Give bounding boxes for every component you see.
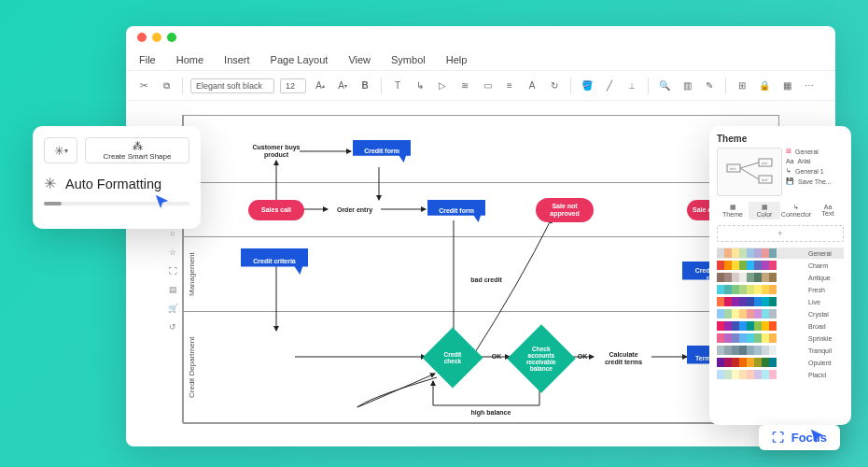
svg-text:text: text — [730, 166, 736, 171]
svg-text:text: text — [762, 161, 768, 165]
text-tool-icon[interactable]: T — [389, 78, 406, 94]
theme-title: Theme — [717, 134, 844, 144]
fill-icon[interactable]: 🪣 — [579, 78, 595, 94]
close-dot[interactable] — [137, 33, 147, 42]
connector-icon[interactable]: ↳ — [412, 78, 428, 94]
node-sale-not-approved[interactable]: Sale not approved — [536, 198, 594, 222]
line-icon[interactable]: ╱ — [601, 78, 618, 94]
palette-row[interactable]: Crystal — [717, 308, 844, 319]
add-palette-button[interactable]: + — [717, 225, 844, 242]
font-increase-icon[interactable]: A▴ — [312, 78, 329, 94]
node-sales-call[interactable]: Sales call — [248, 200, 304, 220]
create-smart-shape-button[interactable]: ⁂ Create Smart Shape — [85, 137, 189, 163]
history-icon[interactable]: ↺ — [166, 320, 179, 333]
menu-file[interactable]: File — [139, 54, 156, 65]
layers-icon[interactable]: ≋ — [456, 78, 473, 94]
page-icon[interactable]: ▥ — [679, 78, 695, 94]
focus-icon: ⛶ — [772, 431, 784, 445]
burst-button[interactable]: ✳ ▾ — [44, 137, 77, 163]
palette-row[interactable]: Live — [717, 296, 844, 307]
crop-icon[interactable]: ⟂ — [623, 78, 640, 94]
focus-button[interactable]: ⛶ Focus — [759, 425, 840, 450]
maximize-dot[interactable] — [167, 33, 176, 42]
lane-label: Management — [183, 237, 200, 311]
node-calculate[interactable]: Calculate credit terms — [597, 349, 650, 367]
theme-opt-connector[interactable]: ↳General 1 — [786, 167, 844, 175]
more-icon[interactable]: ⋯ — [801, 78, 818, 94]
font-size-select[interactable]: 12 — [280, 78, 306, 93]
expand-icon[interactable]: ⛶ — [166, 264, 179, 277]
svg-line-16 — [740, 163, 759, 168]
minimize-dot[interactable] — [152, 33, 161, 42]
palette-row[interactable]: Opulent — [717, 357, 844, 368]
palette-row[interactable]: Antique — [717, 272, 844, 283]
theme-opt-font[interactable]: AaArial — [786, 158, 844, 164]
theme-tabs: ▦Theme ▦Color ↳Connector AaText — [717, 202, 844, 219]
cursor-icon — [154, 193, 171, 210]
font-select[interactable]: Elegant soft black — [190, 78, 274, 93]
sparkle-icon: ✳ — [44, 175, 56, 192]
rotate-icon[interactable]: ↻ — [546, 78, 563, 94]
bold-icon[interactable]: B — [357, 78, 373, 94]
theme-panel: Theme texttexttext ⊞General AaArial ↳Gen… — [709, 126, 851, 425]
tab-text[interactable]: AaText — [812, 202, 844, 219]
shape-icon[interactable]: ▭ — [479, 78, 496, 94]
toolbar: ✂ ⧉ Elegant soft black 12 A▴ A▾ B T ↳ ▷ … — [126, 71, 835, 101]
pen-icon[interactable]: ✎ — [701, 78, 718, 94]
titlebar — [126, 26, 835, 49]
palette-row[interactable]: Fresh — [717, 284, 844, 295]
cart-icon[interactable]: 🛒 — [166, 302, 179, 315]
palette-row[interactable]: Charm — [717, 260, 844, 271]
tab-theme[interactable]: ▦Theme — [717, 202, 749, 219]
menu-help[interactable]: Help — [446, 54, 468, 65]
menu-symbol[interactable]: Symbol — [391, 54, 426, 65]
palette-row[interactable]: Broad — [717, 320, 844, 332]
palette-row[interactable]: Sprinkle — [717, 333, 844, 344]
label-ok2: OK — [573, 351, 592, 362]
menubar: File Home Insert Page Layout View Symbol… — [126, 49, 835, 71]
label-high-balance: high balance — [463, 407, 519, 418]
grid-icon[interactable]: ▦ — [778, 78, 795, 94]
label-ok1: OK — [487, 351, 506, 362]
star-icon[interactable]: ☆ — [166, 246, 179, 259]
pointer-icon[interactable]: ▷ — [434, 78, 451, 94]
menu-home[interactable]: Home — [176, 54, 203, 65]
palette-list: GeneralCharmAntiqueFreshLiveCrystalBroad… — [717, 248, 844, 380]
tab-color[interactable]: ▦Color — [749, 202, 780, 219]
palette-row[interactable]: General — [717, 248, 844, 259]
theme-side-options: ⊞General AaArial ↳General 1 💾Save The... — [786, 148, 844, 196]
theme-preview[interactable]: texttexttext — [717, 148, 782, 196]
auto-format-panel: ✳ ▾ ⁂ Create Smart Shape ✳ Auto Formatti… — [33, 126, 201, 229]
swimlanes: Customer Sales Management Credit Departm… — [182, 115, 779, 423]
menu-page-layout[interactable]: Page Layout — [271, 54, 329, 65]
copy-icon[interactable]: ⧉ — [158, 78, 175, 94]
svg-line-17 — [740, 168, 759, 179]
font-decrease-icon[interactable]: A▾ — [334, 78, 351, 94]
theme-opt-save[interactable]: 💾Save The... — [786, 177, 844, 185]
cursor-icon — [809, 428, 826, 445]
lane-label: Credit Department — [183, 312, 200, 423]
search-icon[interactable]: 🔍 — [656, 78, 673, 94]
align-icon[interactable]: ≡ — [501, 78, 518, 94]
circle-icon[interactable]: ○ — [166, 227, 179, 240]
node-order-entry[interactable]: Order entry — [330, 205, 379, 216]
svg-text:text: text — [762, 177, 768, 182]
font-style-icon[interactable]: A — [524, 78, 540, 94]
node-customer-buys[interactable]: Customer buys product — [248, 142, 304, 160]
layers2-icon[interactable]: ▤ — [166, 283, 179, 296]
group-icon[interactable]: ⊞ — [734, 78, 750, 94]
palette-row[interactable]: Placid — [717, 369, 844, 380]
auto-formatting-button[interactable]: ✳ Auto Formatting — [44, 175, 189, 192]
theme-opt-general[interactable]: ⊞General — [786, 148, 844, 155]
lock-icon[interactable]: 🔒 — [756, 78, 773, 94]
menu-view[interactable]: View — [348, 54, 371, 65]
label-bad-credit: bad credit — [463, 275, 510, 286]
cut-icon[interactable]: ✂ — [135, 78, 152, 94]
palette-row[interactable]: Tranquil — [717, 345, 844, 356]
menu-insert[interactable]: Insert — [224, 54, 250, 65]
tab-connector[interactable]: ↳Connector — [780, 202, 812, 219]
